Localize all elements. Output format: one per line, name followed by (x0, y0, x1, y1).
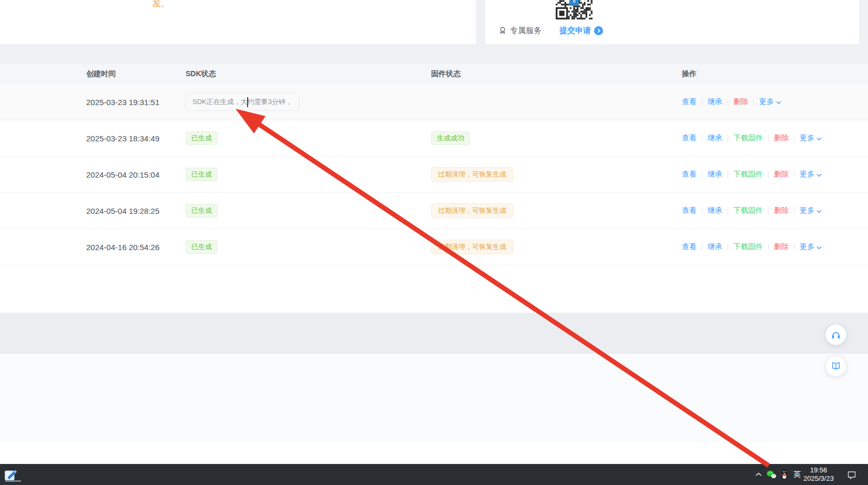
table-row: 2024-05-04 19:28:25已生成过期清理，可恢复生成查看继承下载固件… (0, 193, 868, 229)
chevron-up-icon (755, 472, 762, 477)
customer-service-button[interactable] (825, 324, 846, 345)
action-separator (728, 98, 728, 106)
action-view-link[interactable]: 查看 (682, 170, 697, 179)
sdk-status-cell: SDK正在生成，大约需要3分钟， (186, 84, 299, 120)
service-qr-crop: ≋ (556, 0, 593, 19)
docs-button[interactable] (825, 356, 846, 377)
submit-application-link[interactable]: 提交申请 (559, 26, 603, 36)
service-row: 专属服务 提交申请 (498, 24, 603, 37)
ime-indicator[interactable]: 英 (791, 464, 803, 485)
firmware-status-cell: 过期清理，可恢复生成 (431, 157, 513, 192)
sdk-table: 创建时间 SDK状态 固件状态 操作 2025-03-23 19:31:51SD… (0, 64, 868, 313)
text-cursor (247, 97, 248, 107)
taskbar-clock[interactable]: 19:56 2025/3/23 (803, 464, 834, 485)
qr-center-logo: ≋ (569, 0, 579, 6)
notification-center-button[interactable] (843, 464, 860, 485)
action-inherit-link[interactable]: 继承 (708, 97, 722, 107)
action-delete-link[interactable]: 删除 (774, 170, 789, 179)
action-separator (794, 207, 794, 214)
table-header-row: 创建时间 SDK状态 固件状态 操作 (0, 64, 868, 84)
sdk-status-badge: 已生成 (186, 240, 218, 254)
action-inherit-link[interactable]: 继承 (708, 170, 722, 179)
action-view-link[interactable]: 查看 (682, 97, 697, 107)
table-row: 2024-05-04 20:15:04已生成过期清理，可恢复生成查看继承下载固件… (0, 157, 868, 193)
page-footer: 粤ICP备19147158号 © 2019-2025 智能公元 版权所有 ∿平台… (0, 354, 868, 443)
table-body: 2025-03-23 19:31:51SDK正在生成，大约需要3分钟，查看继承删… (0, 84, 868, 265)
table-row: 2025-03-23 19:31:51SDK正在生成，大约需要3分钟，查看继承删… (0, 84, 868, 120)
taskbar-app-icon[interactable] (3, 467, 18, 482)
qq-tray-icon[interactable] (778, 464, 791, 485)
qq-penguin-icon (780, 469, 789, 480)
action-separator (702, 207, 702, 214)
sdk-status-badge: SDK正在生成，大约需要3分钟， (186, 93, 299, 111)
firmware-status-badge: 生成成功 (431, 131, 470, 145)
action-download-firmware-link[interactable]: 下载固件 (733, 170, 763, 179)
sdk-status-cell: 已生成 (186, 157, 218, 192)
action-separator (794, 171, 794, 178)
firmware-status-badge: 过期清理，可恢复生成 (431, 167, 513, 182)
action-more-link[interactable]: 更多 (759, 97, 781, 107)
table-row: 2025-03-23 18:34:49已生成生成成功查看继承下载固件删除更多 (0, 120, 868, 157)
row-actions: 查看继承下载固件删除更多 (682, 157, 822, 192)
tray-expand-button[interactable] (753, 464, 764, 485)
action-more-link[interactable]: 更多 (800, 206, 822, 215)
service-label: 专属服务 (510, 26, 542, 36)
action-more-link[interactable]: 更多 (800, 133, 822, 143)
action-delete-link[interactable]: 删除 (733, 97, 748, 107)
top-left-card: 发。 (0, 0, 476, 44)
firmware-status-cell: 过期清理，可恢复生成 (431, 193, 513, 229)
sdk-status-badge: 已生成 (186, 131, 218, 145)
action-separator (768, 171, 769, 178)
action-separator (794, 135, 794, 142)
action-separator (728, 135, 728, 142)
action-inherit-link[interactable]: 继承 (708, 242, 722, 252)
wechat-tray-icon[interactable] (764, 464, 778, 485)
arrow-right-circle-icon (594, 26, 603, 35)
header-created-time: 创建时间 (86, 69, 116, 79)
action-delete-link[interactable]: 删除 (774, 242, 789, 252)
header-actions: 操作 (682, 69, 697, 79)
firmware-status-cell: 生成成功 (431, 120, 470, 156)
action-download-firmware-link[interactable]: 下载固件 (733, 242, 763, 252)
action-separator (702, 171, 702, 178)
wechat-icon (766, 470, 777, 479)
firmware-status-badge: 过期清理，可恢复生成 (431, 203, 513, 218)
chevron-down-icon (816, 210, 822, 213)
action-separator (768, 135, 769, 142)
action-separator (794, 243, 794, 251)
action-inherit-link[interactable]: 继承 (708, 206, 722, 215)
action-view-link[interactable]: 查看 (682, 133, 697, 143)
clock-time: 19:56 (810, 466, 828, 474)
header-sdk-status: SDK状态 (186, 69, 216, 79)
windows-taskbar: 英 19:56 2025/3/23 (0, 464, 868, 485)
row-actions: 查看继承删除更多 (682, 84, 781, 120)
action-view-link[interactable]: 查看 (682, 242, 697, 252)
action-more-link[interactable]: 更多 (800, 242, 822, 252)
action-separator (728, 171, 728, 178)
action-inherit-link[interactable]: 继承 (708, 133, 722, 143)
action-more-link[interactable]: 更多 (800, 170, 822, 179)
action-separator (728, 207, 728, 214)
service-card: ≋ 专属服务 提交申请 (485, 0, 859, 44)
action-separator (702, 135, 702, 142)
screen: 发。 ≋ 专属服务 提交申请 创建时间 SDK状态 固件状态 操作 (0, 0, 868, 485)
action-separator (768, 207, 769, 214)
action-download-firmware-link[interactable]: 下载固件 (733, 133, 763, 143)
action-view-link[interactable]: 查看 (682, 206, 697, 215)
row-actions: 查看继承下载固件删除更多 (682, 193, 822, 229)
app-icon (3, 467, 18, 482)
action-download-firmware-link[interactable]: 下载固件 (733, 206, 763, 215)
action-delete-link[interactable]: 删除 (774, 206, 789, 215)
firmware-status-cell: 过期清理，可恢复生成 (431, 229, 513, 265)
clock-date: 2025/3/23 (803, 474, 834, 483)
running-indicator (5, 480, 21, 482)
created-time-cell: 2024-05-04 19:28:25 (86, 193, 159, 229)
created-time-cell: 2025-03-23 18:34:49 (86, 120, 159, 156)
chevron-down-icon (816, 173, 822, 177)
action-delete-link[interactable]: 删除 (774, 133, 789, 143)
headset-icon (831, 329, 841, 340)
notification-icon (847, 470, 856, 479)
chevron-down-icon (816, 137, 822, 141)
action-separator (753, 98, 754, 106)
action-separator (768, 243, 769, 251)
